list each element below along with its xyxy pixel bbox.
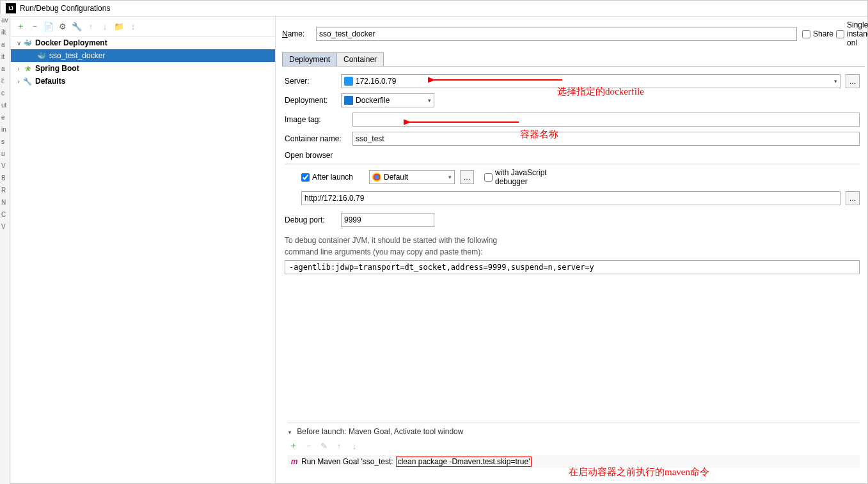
server-label: Server: (285, 77, 336, 86)
image-tag-label: Image tag: (285, 115, 347, 124)
titlebar: IJ Run/Debug Configurations (1, 1, 867, 17)
container-name-input[interactable] (352, 132, 860, 146)
docker-icon: 🐳 (36, 51, 47, 61)
sort-button[interactable]: ↕ (127, 20, 139, 32)
bl-down-button[interactable]: ↓ (349, 440, 360, 451)
chevron-right-icon: › (15, 65, 22, 72)
jvm-args-field[interactable]: -agentlib:jdwp=transport=dt_socket,addre… (285, 260, 860, 274)
chevron-right-icon: › (15, 78, 22, 85)
server-select[interactable]: 172.16.0.79▾ (341, 74, 840, 88)
before-launch-header[interactable]: ▼ Before launch: Maven Goal, Activate to… (287, 427, 860, 436)
settings-button[interactable]: ⚙ (57, 20, 68, 32)
debug-info-text: To debug container JVM, it should be sta… (285, 235, 860, 258)
server-ellipsis-button[interactable]: … (846, 74, 860, 88)
debug-port-input[interactable] (341, 213, 434, 227)
tree-node-docker-deployment[interactable]: ∨ 🐳 Docker Deployment (11, 36, 275, 49)
up-button[interactable]: ↑ (85, 20, 97, 32)
name-label: Name: (282, 29, 311, 38)
container-name-label: Container name: (285, 134, 347, 143)
chevron-down-icon: ▾ (424, 97, 431, 104)
tree-label: Defaults (35, 77, 65, 86)
js-debugger-checkbox[interactable]: with JavaScript debugger (484, 168, 547, 186)
copy-button[interactable]: 📄 (43, 20, 54, 32)
bl-remove-button[interactable]: － (303, 440, 314, 451)
add-button[interactable]: ＋ (15, 20, 26, 32)
docker-icon: 🐳 (22, 38, 33, 48)
before-launch-item[interactable]: m Run Maven Goal 'sso_test: clean packag… (287, 455, 860, 468)
tree-label: Spring Boot (35, 64, 79, 73)
bl-item-command: clean package -Dmaven.test.skip=true' (396, 457, 532, 467)
tree-toolbar: ＋ － 📄 ⚙ 🔧 ↑ ↓ 📁 ↕ (11, 17, 275, 36)
share-checkbox[interactable]: Share (802, 29, 831, 38)
bl-up-button[interactable]: ↑ (333, 440, 345, 451)
browser-select[interactable]: Default▾ (369, 170, 455, 184)
tree-label: sso_test_docker (49, 51, 105, 60)
debug-port-label: Debug port: (285, 215, 336, 224)
tree-label: Docker Deployment (35, 38, 107, 47)
bl-add-button[interactable]: ＋ (287, 440, 299, 451)
chevron-down-icon: ▾ (445, 174, 452, 180)
triangle-down-icon: ▼ (287, 430, 292, 435)
browser-ellipsis-button[interactable]: … (460, 170, 474, 184)
single-instance-checkbox[interactable]: Single instance onl (836, 20, 865, 47)
bl-item-prefix: Run Maven Goal 'sso_test: (301, 457, 393, 466)
chevron-down-icon: ▾ (830, 78, 837, 84)
folder-button[interactable]: 📁 (113, 20, 125, 32)
spring-icon: ❀ (22, 63, 33, 74)
wrench-button[interactable]: 🔧 (71, 20, 83, 32)
tree-node-defaults[interactable]: › 🔧 Defaults (11, 75, 275, 88)
tree-node-spring-boot[interactable]: › ❀ Spring Boot (11, 62, 275, 75)
window-title: Run/Debug Configurations (20, 4, 110, 13)
url-input[interactable] (301, 191, 840, 205)
bl-edit-button[interactable]: ✎ (318, 440, 329, 451)
tab-container[interactable]: Container (336, 52, 384, 66)
open-browser-label: Open browser (285, 151, 860, 160)
config-tree-panel: ＋ － 📄 ⚙ 🔧 ↑ ↓ 📁 ↕ ∨ 🐳 Docker Deployment … (11, 17, 276, 483)
config-tree[interactable]: ∨ 🐳 Docker Deployment 🐳 sso_test_docker … (11, 36, 275, 483)
image-tag-input[interactable] (352, 113, 860, 127)
maven-icon: m (290, 457, 299, 466)
down-button[interactable]: ↓ (99, 20, 111, 32)
content-panel: Name: Share Single instance onl Deployme… (276, 17, 867, 483)
remove-button[interactable]: － (29, 20, 40, 32)
wrench-icon: 🔧 (22, 76, 33, 86)
deployment-select[interactable]: Dockerfile▾ (341, 93, 434, 107)
left-gutter: aviltaital:cuteinsuVBRNCV (0, 14, 10, 484)
tree-node-sso-test-docker[interactable]: 🐳 sso_test_docker (11, 49, 275, 62)
chevron-down-icon: ∨ (15, 40, 22, 47)
tab-deployment[interactable]: Deployment (282, 52, 337, 66)
url-ellipsis-button[interactable]: … (846, 191, 860, 205)
deployment-label: Deployment: (285, 96, 336, 105)
after-launch-checkbox[interactable]: After launch (301, 173, 364, 182)
annotation-maven-cmd: 在启动容器之前执行的maven命令 (569, 466, 709, 478)
name-input[interactable] (316, 27, 797, 41)
app-icon: IJ (6, 3, 16, 13)
